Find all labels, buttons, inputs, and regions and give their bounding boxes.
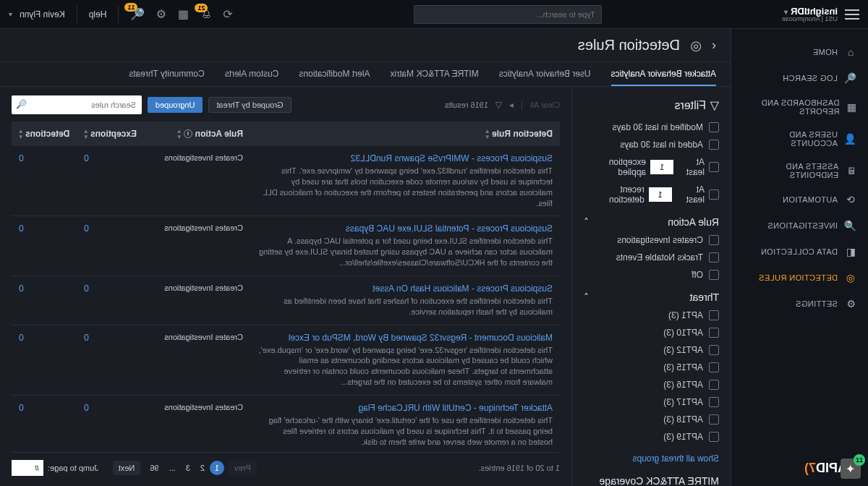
assistant-float[interactable]: ✦ 11 [841,459,861,479]
atleast-detection-input[interactable] [649,187,672,202]
rule-action-cell: Creates Investigations [149,403,250,448]
hamburger-icon[interactable] [845,9,859,20]
search-rules-input[interactable] [12,95,142,114]
nav-icon: 🔎 [845,220,856,231]
sidenav-item-assets-and-endpoints[interactable]: 🖥ASSETS AND ENDPOINTS [731,155,868,187]
ungrouped-pill[interactable]: Ungrouped [148,97,203,113]
sidenav-item-dashboards-and-reports[interactable]: ▦DASHBOARDS AND REPORTS [731,91,868,123]
nav-icon: 👤 [845,133,856,145]
prev-button[interactable]: Prev [229,461,257,475]
sidenav-item-investigations[interactable]: 🔎INVESTIGATIONS [731,213,868,239]
user-menu[interactable]: Kevin Flynn▾ [9,9,65,20]
filter-threat-apt10[interactable]: APT10 (3) [584,328,719,338]
detections-cell[interactable]: 0 [12,284,77,317]
filter-ra-off[interactable]: Off [584,270,719,280]
exceptions-cell[interactable]: 0 [77,284,149,317]
table-row: Attacker Technique - CertUtil With URLCa… [12,396,560,452]
filter-small-icon[interactable]: ▽ [495,100,502,110]
atleast-exception-input[interactable] [650,160,673,174]
exceptions-cell[interactable]: 0 [77,403,149,448]
nav-icon: ▦ [847,101,856,113]
filter-threat-apt12[interactable]: APT12 (3) [584,345,719,355]
help-link[interactable]: Help [89,9,107,20]
th-rule[interactable]: Detection Rule▴▾ [250,128,560,140]
sidenav-item-settings[interactable]: ⚙SETTINGS [731,291,868,317]
tab-user-behavior-analytics[interactable]: User Behavior Analytics [499,69,591,86]
th-detections[interactable]: Detections▴▾ [12,128,77,140]
exceptions-cell[interactable]: 0 [77,223,149,268]
filter-added-30[interactable]: Added in last 30 days [584,140,719,150]
page-2[interactable]: 2 [195,461,210,475]
nav-icon: ⟳ [845,194,856,205]
sidenav-item-home[interactable]: ⌂HOME [731,39,868,65]
filter-atleast-exception[interactable]: At least exception applied [584,157,719,177]
detections-cell[interactable]: 0 [12,153,77,208]
filter-atleast-detection[interactable]: At least recent detection [584,184,719,205]
search-icon[interactable]: 🔍11 [130,7,145,21]
table-row: Suspicious Process - Malicious Hash On A… [12,276,560,325]
jump-input[interactable] [12,460,43,476]
page-1[interactable]: 1 [210,461,224,475]
detections-cell[interactable]: 0 [12,403,77,448]
page-96[interactable]: 96 [145,461,163,475]
page-header: ‹ ◎ Detection Rules [0,29,731,62]
filter-threat-apt15[interactable]: APT15 (3) [584,362,719,372]
sidenav-item-detection-rules[interactable]: ◎DETECTION RULES [731,265,868,291]
th-action[interactable]: Rule Action i▴▾ [149,128,250,140]
filter-section-threat[interactable]: Threat˄ [584,291,719,303]
rule-action-cell: Creates Investigations [149,284,250,317]
rule-name-link[interactable]: Suspicious Process - Potential SLUI.exe … [258,223,553,234]
sidenav-item-automation[interactable]: ⟳AUTOMATION [731,187,868,213]
rule-description: This detection identifies 'regsvr32.exe'… [258,345,553,388]
nav-icon: ⌂ [845,46,856,58]
next-button[interactable]: Next [113,461,141,475]
spark-icon[interactable]: ✦ 11 [841,459,861,479]
chevron-up-icon: ˄ [584,216,589,228]
back-chevron-icon[interactable]: ‹ [712,38,716,53]
sidenav-item-data-collection[interactable]: ◧DATA COLLECTION [731,239,868,265]
rule-name-link[interactable]: Malicious Document - Regsvr32 Spawned By… [258,333,553,343]
notifications-icon[interactable]: 🕭21 [200,8,212,21]
info-icon[interactable]: i [184,129,192,138]
global-search-input[interactable] [414,5,602,24]
exceptions-cell[interactable]: 0 [77,153,149,208]
apps-icon[interactable]: ▦ [178,7,189,21]
rule-name-link[interactable]: Suspicious Process - WMIPrvSe Spawns Run… [258,153,553,163]
filters-title: ▽ Filters [584,98,719,112]
grouped-pill[interactable]: Grouped by Threat [208,97,291,113]
rule-action-cell: Creates Investigations [149,333,250,388]
filter-threat-apt18[interactable]: APT18 (3) [584,414,719,425]
tab-community-threats[interactable]: Community Threats [129,69,204,86]
search-icon: 🔍 [16,99,27,109]
clear-all[interactable]: Clear All [530,101,560,109]
tab-custom-alerts[interactable]: Custom Alerts [225,69,279,86]
tab-mitre-att&ck-matrix[interactable]: MITRE ATT&CK Matrix [390,69,478,86]
refresh-icon[interactable]: ⟲ [224,7,233,21]
filter-modified-30[interactable]: Modified in last 30 days [584,122,719,132]
filter-threat-apt16[interactable]: APT16 (3) [584,380,719,390]
rule-name-link[interactable]: Attacker Technique - CertUtil With URLCa… [258,403,553,413]
detections-cell[interactable]: 0 [12,223,77,268]
expand-icon[interactable]: ▸ [509,100,514,110]
filter-section-rule-action[interactable]: Rule Action˄ [584,216,719,228]
filter-section-mitre[interactable]: MITRE ATT&CK Coverage [584,475,719,486]
rules-table: Detection Rule▴▾ Rule Action i▴▾ Excepti… [12,122,560,452]
tab-alert-modifications[interactable]: Alert Modifications [299,69,370,86]
rule-name-link[interactable]: Suspicious Process - Malicious Hash On A… [258,284,553,294]
page-3[interactable]: 3 [181,461,195,475]
th-exceptions[interactable]: Exceptions▴▾ [77,128,149,140]
product-brand[interactable]: insightIDR▾ US1 | Anonymoose [782,7,838,22]
exceptions-cell[interactable]: 0 [77,333,149,388]
show-all-threats[interactable]: Show all threat groups [633,453,719,464]
gear-icon[interactable]: ⚙ [156,7,166,21]
detections-cell[interactable]: 0 [12,333,77,388]
filter-threat-apt1[interactable]: APT1 (3) [584,310,719,320]
sidenav-item-log-search[interactable]: 🔍LOG SEARCH [731,65,868,91]
filter-ra-creates[interactable]: Creates Investigations [584,235,719,245]
sidenav-item-users-and-accounts[interactable]: 👤USERS AND ACCOUNTS [731,123,868,155]
filter-threat-apt19[interactable]: APT19 (3) [584,432,719,442]
filter-ra-notable[interactable]: Tracks Notable Events [584,252,719,263]
filter-threat-apt17[interactable]: APT17 (3) [584,397,719,407]
rule-action-cell: Creates Investigations [149,223,250,268]
tab-attacker-behavior-analytics[interactable]: Attacker Behavior Analytics [611,69,716,86]
